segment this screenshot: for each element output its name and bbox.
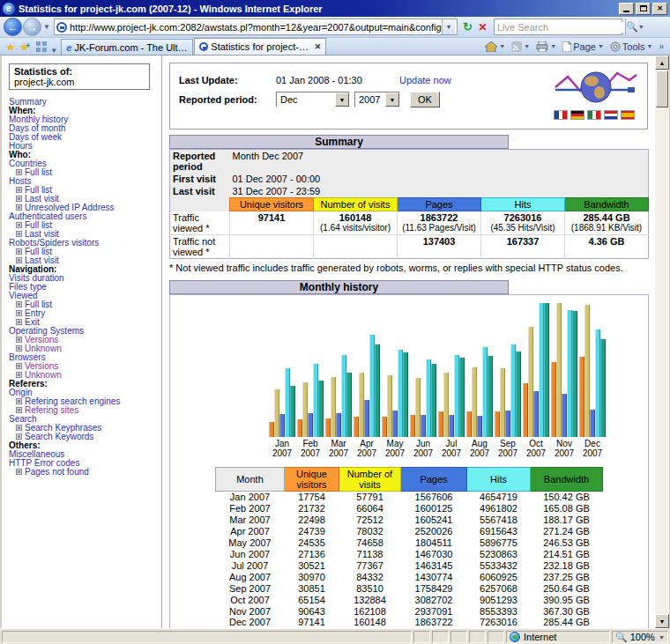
value-main: 1863722	[400, 212, 478, 223]
feeds-button[interactable]: ▼	[509, 39, 532, 55]
table-cell: 30521	[285, 559, 339, 571]
tab-statistics[interactable]: Statistics for project-jk.c... ✕	[194, 38, 326, 55]
search-input[interactable]	[495, 22, 625, 33]
ok-button[interactable]: OK	[410, 92, 440, 107]
add-favorite-icon[interactable]: ★＋	[19, 41, 30, 54]
stop-button[interactable]: ✕	[475, 19, 490, 35]
summary-first-visit-label: First visit	[170, 173, 230, 185]
table-cell: 6060925	[467, 571, 531, 582]
bar-bandwidth-gb	[346, 373, 352, 437]
table-row: Apr 2007247397803225200266915643271.24 G…	[216, 525, 603, 537]
favorites-star-icon[interactable]: ★	[5, 41, 16, 54]
chart-category-label: Oct2007	[523, 439, 549, 458]
url-input[interactable]	[70, 22, 442, 33]
bar-group-nov-2007	[551, 303, 577, 437]
address-dropdown-icon[interactable]: ▼	[442, 19, 455, 34]
summary-last-visit-value: 31 Dec 2007 - 23:59	[230, 185, 649, 198]
minimize-button[interactable]	[619, 3, 634, 15]
chart-year-label: 2007	[438, 448, 465, 458]
chart-year-label: 2007	[269, 448, 295, 458]
refresh-button[interactable]: ↻	[460, 19, 475, 35]
flag-es-icon[interactable]	[621, 110, 635, 120]
search-icon[interactable]: 🔍	[625, 19, 638, 35]
chart-month-label: Aug	[466, 439, 493, 448]
table-cell: 6915643	[467, 525, 531, 537]
flag-nl-icon[interactable]	[604, 110, 618, 120]
value-main: 167337	[484, 236, 562, 247]
summary-table: Reported period Month Dec 2007 First vis…	[169, 149, 649, 259]
chart-month-label: Jan	[269, 439, 295, 448]
quick-tabs-dropdown-icon[interactable]: ▼	[50, 47, 58, 55]
chevron-more-icon[interactable]: »	[656, 41, 666, 51]
zoom-dropdown-icon[interactable]: ▼	[659, 634, 665, 640]
bar-group-sep-2007	[495, 344, 521, 437]
table-column-header-number-of-visits: Number of visits	[339, 467, 401, 491]
traffic-viewed-value: 160148(1.64 visits/visitor)	[314, 211, 398, 235]
search-dropdown-icon[interactable]: ▼	[638, 24, 644, 30]
table-cell: 165.08 GB	[531, 502, 603, 514]
vertical-scrollbar[interactable]: ▲ ▼	[655, 56, 669, 628]
value-sub: (45.35 Hits/Visit)	[484, 223, 562, 233]
summary-first-visit-value: 01 Dec 2007 - 00:00	[230, 173, 649, 185]
tab-jk-forum[interactable]: e JK-Forum.com - The Ultimate...	[61, 39, 193, 55]
scroll-up-icon[interactable]: ▲	[655, 56, 669, 70]
security-zone-panel: Internet	[506, 631, 610, 643]
scroll-down-icon[interactable]: ▼	[655, 614, 669, 628]
expand-icon	[16, 398, 22, 404]
chart-category-label: Sep2007	[495, 439, 521, 458]
chart-month-label: Jul	[438, 439, 465, 448]
year-select-value: 2007	[355, 94, 385, 105]
address-bar[interactable]: ▼	[54, 19, 458, 35]
maximize-button[interactable]	[636, 3, 651, 15]
month-select[interactable]: Dec ▼	[276, 92, 350, 107]
expand-icon	[16, 222, 22, 228]
bar-bandwidth-gb	[375, 344, 380, 437]
chart-month-label: Mar	[325, 439, 352, 448]
month-select-arrow-icon[interactable]: ▼	[335, 93, 349, 107]
bar-bandwidth-gb	[516, 352, 521, 437]
back-button[interactable]: ←	[4, 18, 22, 36]
value-main: 285.44 GB	[568, 212, 645, 223]
expand-icon	[16, 187, 22, 193]
print-button[interactable]: ▼	[533, 39, 559, 55]
forward-button[interactable]: →	[23, 18, 41, 36]
flag-de-icon[interactable]	[570, 110, 584, 120]
search-box[interactable]: 🔍 ▼	[494, 19, 622, 35]
sidebar-item-robots-spiders-visitors[interactable]: Robots/Spiders visitors	[9, 238, 99, 248]
window-title: Statistics for project-jk.com (2007-12) …	[19, 4, 619, 14]
quick-tabs-icon[interactable]	[36, 41, 48, 52]
tab-close-icon[interactable]: ✕	[315, 42, 322, 51]
table-row: Feb 2007217326606416001254961802165.08 G…	[216, 502, 603, 514]
zoom-panel[interactable]: 🔍 100% ▼	[612, 631, 668, 643]
bar-bandwidth-gb	[600, 339, 606, 437]
table-cell: 237.25 GB	[531, 571, 603, 582]
page-menu-button[interactable]: Page ▼	[560, 39, 607, 55]
table-cell: 5533432	[467, 559, 531, 571]
expand-icon	[16, 204, 22, 211]
close-button[interactable]: ✕	[652, 3, 667, 15]
home-icon	[485, 41, 497, 52]
home-button[interactable]: ▼	[482, 39, 508, 55]
summary-column-header-unique-visitors: Unique visitors	[230, 198, 314, 211]
printer-icon	[536, 41, 548, 52]
flag-fr-icon[interactable]	[554, 110, 568, 120]
scrollbar-thumb[interactable]	[656, 70, 668, 107]
update-now-link[interactable]: Update now	[399, 75, 451, 85]
bar-bandwidth-gb	[488, 356, 493, 437]
year-select[interactable]: 2007 ▼	[354, 92, 400, 107]
table-cell: 57791	[339, 491, 401, 502]
flag-it-icon[interactable]	[587, 110, 601, 120]
history-dropdown-icon[interactable]: ▼	[43, 23, 51, 31]
summary-footnote: * Not viewed traffic includes traffic ge…	[169, 263, 648, 273]
table-row: Jul 2007305217736714631455533432232.18 G…	[216, 559, 603, 571]
table-cell: 5230863	[467, 548, 531, 559]
summary-reported-label: Reported period	[170, 150, 230, 174]
sidebar-item-pages-not-found[interactable]: Pages not found	[25, 467, 89, 477]
year-select-arrow-icon[interactable]: ▼	[385, 93, 399, 107]
value-main: 160148	[316, 212, 394, 223]
table-cell: 30970	[285, 571, 339, 582]
bar-group-apr-2007	[354, 335, 380, 437]
statistics-of-box: Statistics of: project-jk.com	[9, 63, 150, 90]
table-cell: 72512	[339, 514, 401, 525]
tools-menu-button[interactable]: Tools ▼	[607, 39, 656, 55]
